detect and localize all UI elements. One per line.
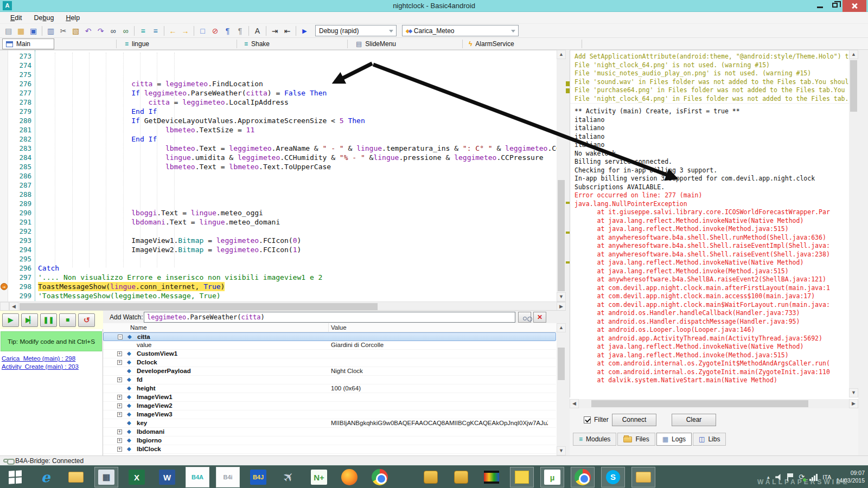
- paste-icon[interactable]: ▧: [69, 25, 82, 37]
- find-icon[interactable]: ∞: [107, 25, 119, 37]
- resume-button[interactable]: ▶: [2, 313, 19, 327]
- editor-vscrollbar[interactable]: ▲ ▼: [557, 50, 566, 301]
- taskbar-color-profile[interactable]: [480, 467, 503, 487]
- copy-icon[interactable]: ▥: [44, 25, 57, 37]
- bookmark-list-icon[interactable]: ≡: [137, 25, 149, 37]
- outdent-icon[interactable]: ⇤: [281, 25, 293, 37]
- watch-vscrollbar[interactable]: ▲ ▼: [557, 323, 566, 455]
- find-next-icon[interactable]: ∞: [119, 25, 132, 37]
- debug-mode-select[interactable]: Debug (rapid): [315, 25, 397, 36]
- save-icon[interactable]: ▣: [27, 25, 40, 37]
- comment-icon[interactable]: ¶: [221, 25, 234, 37]
- watch-row-Dclock[interactable]: +◆Dclock: [103, 358, 556, 367]
- watch-expression-input[interactable]: leggimeteo.ParseWeather(citta): [144, 312, 515, 323]
- expand-toggle[interactable]: +: [117, 403, 122, 408]
- tab-libs[interactable]: ◫Libs: [693, 433, 726, 446]
- expand-toggle[interactable]: +: [117, 429, 122, 434]
- step-button[interactable]: ▶▏: [21, 313, 38, 327]
- update-icon[interactable]: ⟳: [799, 473, 805, 481]
- taskbar-rocket[interactable]: ✈: [277, 467, 301, 487]
- tab-main[interactable]: Main: [2, 38, 54, 49]
- expand-toggle[interactable]: +: [117, 438, 122, 443]
- watch-row-ImageView3[interactable]: +◆ImageView3: [103, 410, 556, 419]
- taskbar-b4j[interactable]: B4J: [246, 467, 270, 487]
- taskbar-skype[interactable]: S: [601, 467, 625, 487]
- watch-row-key[interactable]: ◆keyMIIBIjANBgkqhkiG9w0BAQEFAAOCAQ8AMIIB…: [103, 419, 556, 428]
- scroll-thumb[interactable]: [558, 348, 565, 380]
- close-button[interactable]: [843, 0, 866, 12]
- expand-toggle[interactable]: +: [117, 412, 122, 417]
- taskbar-db-gold[interactable]: [449, 467, 473, 487]
- scroll-thumb[interactable]: [850, 60, 857, 112]
- indent-icon[interactable]: ⇥: [269, 25, 281, 37]
- navigate-forward-icon[interactable]: →: [179, 25, 192, 37]
- scroll-thumb[interactable]: [558, 180, 565, 291]
- taskbar-word[interactable]: W: [155, 467, 179, 487]
- evaluate-button[interactable]: [518, 312, 531, 323]
- volume-icon[interactable]: [775, 474, 782, 480]
- watch-row-lbdomani[interactable]: +◆lbdomani: [103, 428, 556, 436]
- action-center-icon[interactable]: [787, 473, 794, 481]
- language-indicator[interactable]: ITA: [822, 474, 831, 480]
- restore-button[interactable]: [828, 0, 842, 12]
- taskbar-b4i[interactable]: B4i: [216, 467, 240, 487]
- scroll-down-icon[interactable]: ▼: [557, 292, 566, 301]
- clear-button[interactable]: Clear: [672, 414, 716, 426]
- tab-shake[interactable]: ≡Shake: [241, 38, 301, 49]
- connect-button[interactable]: Connect: [612, 414, 656, 426]
- scroll-left-icon[interactable]: ◀: [570, 399, 579, 408]
- code-editor[interactable]: 273274275276citta = leggimeteo.FindLocat…: [0, 50, 566, 301]
- menu-edit[interactable]: Edit: [4, 13, 28, 23]
- taskbar-chrome-incognito[interactable]: [571, 467, 595, 487]
- stack-link[interactable]: Carica_Meteo (main) : 298: [2, 355, 79, 362]
- scroll-down-icon[interactable]: ▼: [849, 388, 858, 397]
- select-region-icon[interactable]: □: [196, 25, 209, 37]
- watch-row-lblClock[interactable]: +◆lblClock: [103, 445, 556, 454]
- scroll-down-icon[interactable]: ▼: [557, 446, 566, 455]
- open-file-icon[interactable]: ▦: [15, 25, 27, 37]
- scroll-right-icon[interactable]: ▶: [849, 399, 858, 408]
- new-file-icon[interactable]: ▤: [2, 25, 15, 37]
- expand-toggle[interactable]: +: [117, 351, 122, 356]
- tab-files[interactable]: Files: [617, 433, 655, 446]
- redo-icon[interactable]: ↷: [94, 25, 107, 37]
- cut-icon[interactable]: ✂: [57, 25, 69, 37]
- filter-checkbox[interactable]: [584, 416, 591, 423]
- expand-toggle[interactable]: +: [117, 395, 122, 400]
- menu-help[interactable]: Help: [60, 13, 86, 23]
- undo-icon[interactable]: ↶: [82, 25, 94, 37]
- watch-row-ImageView1[interactable]: +◆ImageView1: [103, 393, 556, 402]
- pause-button[interactable]: ❚❚: [40, 313, 57, 327]
- tab-alarmservice[interactable]: ϟAlarmService: [465, 38, 539, 49]
- taskbar-utorrent[interactable]: µ: [540, 467, 564, 487]
- scroll-up-icon[interactable]: ▲: [849, 50, 858, 59]
- editor-hscrollbar[interactable]: ◀ ▶: [0, 301, 566, 311]
- taskbar-chrome[interactable]: [368, 467, 392, 487]
- tab-modules[interactable]: ≡Modules: [573, 433, 616, 446]
- change-case-icon[interactable]: A: [251, 25, 264, 37]
- watch-row-fd[interactable]: +◆fd: [103, 376, 556, 384]
- stop-button[interactable]: ■: [59, 313, 76, 327]
- bookmark-toggle-icon[interactable]: ≡: [149, 25, 162, 37]
- taskbar-folder-window[interactable]: [631, 467, 655, 487]
- taskbar-calculator[interactable]: ▦: [94, 467, 118, 487]
- watch-row-ImageView2[interactable]: +◆ImageView2: [103, 402, 556, 410]
- stack-link[interactable]: Activity_Create (main) : 203: [2, 363, 79, 370]
- watch-row-height[interactable]: ◆height100 (0x64): [103, 384, 556, 393]
- log-vscrollbar[interactable]: ▲ ▼: [849, 50, 858, 397]
- taskbar-sticky-notes[interactable]: [510, 467, 534, 487]
- scroll-thumb[interactable]: [20, 303, 378, 310]
- scroll-up-icon[interactable]: ▲: [557, 50, 566, 59]
- uncomment-icon[interactable]: ¶: [234, 25, 246, 37]
- scroll-up-icon[interactable]: ▲: [557, 323, 566, 332]
- remove-watch-button[interactable]: ✕: [533, 312, 546, 323]
- tab-slidemenu[interactable]: ▤SlideMenu: [353, 38, 419, 49]
- tab-logs[interactable]: ▦Logs: [656, 433, 692, 446]
- watch-row-lbgiorno[interactable]: +◆lbgiorno: [103, 436, 556, 445]
- taskbar-notepad-plus-plus[interactable]: N+: [307, 467, 331, 487]
- watch-row-CustomView1[interactable]: +◆CustomView1: [103, 350, 556, 358]
- tab-lingue[interactable]: ≡lingue: [122, 38, 182, 49]
- collapse-toggle[interactable]: −: [118, 335, 123, 339]
- taskbar-internet-explorer[interactable]: e: [34, 467, 58, 487]
- expand-toggle[interactable]: +: [117, 377, 122, 382]
